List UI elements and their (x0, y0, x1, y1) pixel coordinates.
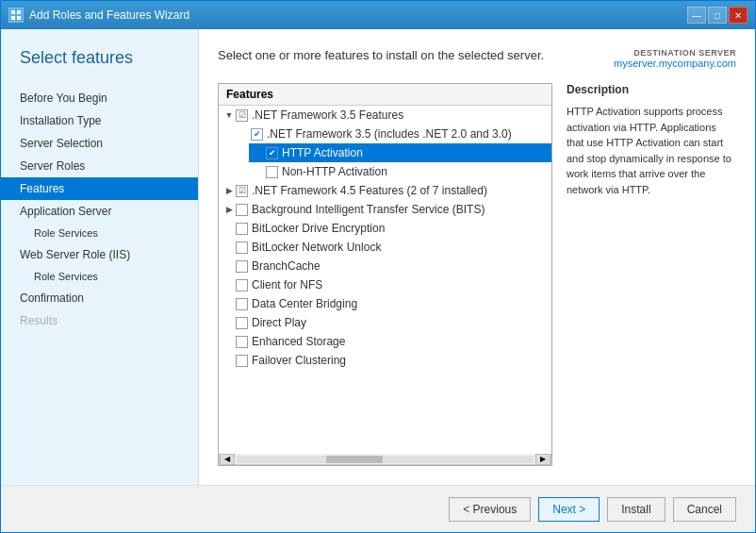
feature-bitlocker-unlock[interactable]: ▶ BitLocker Network Unlock (219, 238, 551, 257)
sidebar-item-server-roles[interactable]: Server Roles (1, 155, 198, 177)
minimize-button[interactable]: — (687, 7, 706, 24)
checkbox-non-http[interactable] (266, 166, 278, 178)
sidebar-item-role-services-2[interactable]: Role Services (1, 266, 198, 287)
main-header: Select one or more features to install o… (218, 48, 736, 69)
title-bar-controls: — □ ✕ (687, 7, 748, 24)
features-area: Features ▼ ☑ .NET Framework 3.5 Features… (218, 83, 736, 466)
scroll-left-button[interactable]: ◀ (220, 454, 235, 465)
checkbox-net35[interactable]: ☑ (236, 109, 248, 122)
feature-http-activation[interactable]: ▶ ✔ HTTP Activation (249, 143, 551, 162)
main-content: Select one or more features to install o… (199, 29, 755, 485)
feature-net35-label: .NET Framework 3.5 Features (252, 108, 403, 122)
svg-rect-2 (11, 16, 15, 20)
app-icon (8, 8, 24, 23)
sidebar-header: Select features (1, 39, 198, 87)
sidebar-item-application-server[interactable]: Application Server (1, 200, 198, 223)
content-area: Select features Before You Begin Install… (1, 29, 755, 485)
checkbox-http-activation[interactable]: ✔ (266, 147, 278, 159)
features-list[interactable]: ▼ ☑ .NET Framework 3.5 Features ▶ ✔ .NET… (219, 106, 551, 454)
scroll-right-button[interactable]: ▶ (535, 454, 551, 465)
checkbox-enhanced-storage[interactable] (236, 336, 248, 348)
checkbox-net45[interactable]: ☑ (236, 185, 248, 197)
window-title: Add Roles and Features Wizard (29, 8, 189, 22)
previous-button[interactable]: < Previous (449, 497, 531, 522)
feature-non-http[interactable]: ▶ Non-HTTP Activation (249, 162, 551, 181)
svg-rect-3 (17, 16, 21, 20)
destination-server-name: myserver.mycompany.com (614, 58, 736, 69)
feature-bitlocker[interactable]: ▶ BitLocker Drive Encryption (219, 219, 551, 238)
feature-net35-sub-label: .NET Framework 3.5 (includes .NET 2.0 an… (267, 127, 512, 141)
sidebar-item-role-services-1[interactable]: Role Services (1, 223, 198, 243)
next-button[interactable]: Next > (538, 497, 600, 522)
sidebar-item-confirmation[interactable]: Confirmation (1, 287, 198, 309)
expand-bits-icon[interactable]: ▶ (222, 203, 236, 216)
maximize-button[interactable]: □ (708, 7, 727, 24)
feature-net35-sub[interactable]: ▶ ✔ .NET Framework 3.5 (includes .NET 2.… (234, 125, 551, 143)
feature-branchcache[interactable]: ▶ BranchCache (219, 257, 551, 275)
description-panel: Description HTTP Activation supports pro… (567, 83, 736, 466)
sidebar-nav: Before You Begin Installation Type Serve… (1, 87, 198, 332)
checkbox-bits[interactable] (236, 204, 248, 216)
feature-http-activation-label: HTTP Activation (282, 146, 363, 159)
expand-net45-icon[interactable]: ▶ (222, 184, 236, 197)
feature-directplay-label: Direct Play (252, 316, 306, 329)
feature-directplay[interactable]: ▶ Direct Play (219, 313, 551, 332)
checkbox-bitlocker[interactable] (236, 223, 248, 235)
sidebar-item-installation-type[interactable]: Installation Type (1, 109, 198, 132)
main-window: Add Roles and Features Wizard — □ ✕ Sele… (0, 0, 756, 533)
destination-server-info: DESTINATION SERVER myserver.mycompany.co… (614, 48, 736, 69)
feature-dcb-label: Data Center Bridging (252, 297, 357, 310)
sidebar: Select features Before You Begin Install… (1, 29, 199, 485)
destination-server-label: DESTINATION SERVER (614, 48, 736, 58)
cancel-button[interactable]: Cancel (673, 497, 736, 522)
feature-bitlocker-label: BitLocker Drive Encryption (252, 222, 385, 235)
checkbox-dcb[interactable] (236, 298, 248, 310)
scroll-track[interactable] (237, 456, 534, 463)
sidebar-heading: Select features (20, 48, 179, 68)
checkbox-failover[interactable] (236, 355, 248, 367)
feature-bits-label: Background Intelligent Transfer Service … (252, 203, 485, 216)
feature-net45-label: .NET Framework 4.5 Features (2 of 7 inst… (252, 184, 487, 197)
features-panel-header: Features (219, 84, 551, 106)
feature-dcb[interactable]: ▶ Data Center Bridging (219, 294, 551, 313)
feature-net45[interactable]: ▶ ☑ .NET Framework 4.5 Features (2 of 7 … (219, 181, 551, 200)
feature-net35[interactable]: ▼ ☑ .NET Framework 3.5 Features (219, 106, 551, 125)
description-header: Description (567, 83, 736, 96)
svg-rect-1 (17, 10, 21, 14)
feature-non-http-label: Non-HTTP Activation (282, 165, 387, 178)
close-button[interactable]: ✕ (729, 7, 748, 24)
instruction-text: Select one or more features to install o… (218, 48, 544, 62)
feature-nfs[interactable]: ▶ Client for NFS (219, 275, 551, 294)
sidebar-item-before-you-begin[interactable]: Before You Begin (1, 87, 198, 109)
feature-enhanced-storage-label: Enhanced Storage (252, 335, 345, 348)
install-button[interactable]: Install (607, 497, 665, 522)
checkbox-branchcache[interactable] (236, 260, 248, 273)
feature-failover[interactable]: ▶ Failover Clustering (219, 351, 551, 370)
feature-branchcache-label: BranchCache (252, 259, 320, 273)
svg-rect-0 (11, 10, 15, 14)
feature-bits[interactable]: ▶ Background Intelligent Transfer Servic… (219, 200, 551, 219)
horizontal-scrollbar[interactable]: ◀ ▶ (219, 454, 551, 465)
sidebar-item-web-server[interactable]: Web Server Role (IIS) (1, 243, 198, 266)
description-text: HTTP Activation supports process activat… (567, 104, 736, 197)
expand-net35-icon[interactable]: ▼ (222, 108, 236, 122)
sidebar-item-server-selection[interactable]: Server Selection (1, 132, 198, 155)
features-panel: Features ▼ ☑ .NET Framework 3.5 Features… (218, 83, 552, 466)
feature-enhanced-storage[interactable]: ▶ Enhanced Storage (219, 332, 551, 351)
title-bar-left: Add Roles and Features Wizard (8, 8, 189, 23)
checkbox-bitlocker-unlock[interactable] (236, 242, 248, 254)
sidebar-item-results[interactable]: Results (1, 309, 198, 332)
checkbox-net35-sub[interactable]: ✔ (251, 128, 263, 141)
feature-failover-label: Failover Clustering (252, 354, 346, 367)
checkbox-nfs[interactable] (236, 279, 248, 291)
sidebar-item-features[interactable]: Features (1, 177, 198, 200)
feature-nfs-label: Client for NFS (252, 278, 322, 291)
footer: < Previous Next > Install Cancel (1, 485, 755, 532)
title-bar: Add Roles and Features Wizard — □ ✕ (1, 1, 755, 29)
scroll-thumb[interactable] (326, 456, 383, 463)
checkbox-directplay[interactable] (236, 317, 248, 329)
feature-bitlocker-unlock-label: BitLocker Network Unlock (252, 241, 381, 254)
